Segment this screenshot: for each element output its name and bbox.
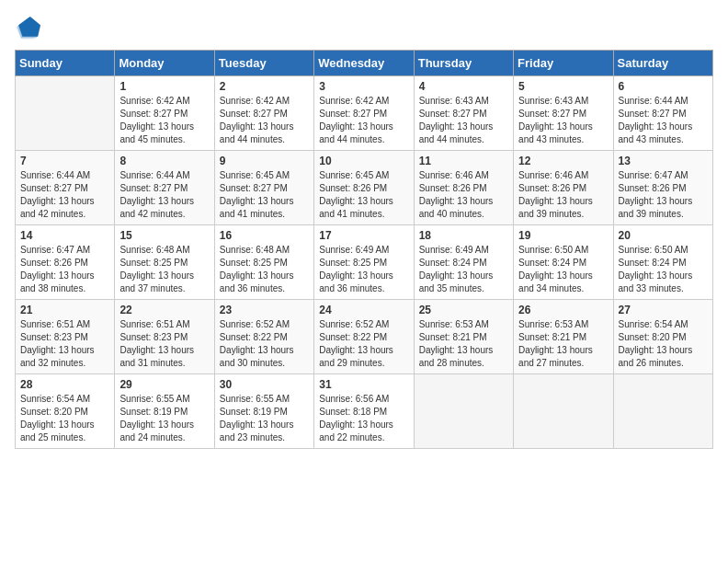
cell-info: Sunrise: 6:42 AMSunset: 8:27 PMDaylight:…	[220, 95, 309, 146]
calendar-cell: 17Sunrise: 6:49 AMSunset: 8:25 PMDayligh…	[314, 225, 414, 300]
day-number: 24	[319, 304, 408, 316]
calendar-cell: 30Sunrise: 6:55 AMSunset: 8:19 PMDayligh…	[214, 374, 313, 449]
calendar-cell: 20Sunrise: 6:50 AMSunset: 8:24 PMDayligh…	[613, 225, 712, 300]
day-number: 1	[119, 80, 209, 93]
day-number: 19	[518, 229, 608, 242]
calendar-cell: 27Sunrise: 6:54 AMSunset: 8:20 PMDayligh…	[613, 300, 712, 374]
calendar-cell: 1Sunrise: 6:42 AMSunset: 8:27 PMDaylight…	[115, 76, 214, 151]
cell-info: Sunrise: 6:53 AMSunset: 8:21 PMDaylight:…	[419, 318, 508, 370]
cell-info: Sunrise: 6:52 AMSunset: 8:22 PMDaylight:…	[220, 318, 309, 370]
calendar-cell	[414, 374, 513, 449]
day-number: 5	[518, 80, 608, 93]
calendar-cell: 14Sunrise: 6:47 AMSunset: 8:26 PMDayligh…	[16, 225, 115, 300]
cell-info: Sunrise: 6:42 AMSunset: 8:27 PMDaylight:…	[119, 95, 209, 146]
cell-info: Sunrise: 6:45 AMSunset: 8:27 PMDaylight:…	[220, 169, 309, 221]
day-number: 10	[319, 155, 408, 167]
cell-info: Sunrise: 6:49 AMSunset: 8:25 PMDaylight:…	[319, 244, 408, 295]
calendar-cell: 12Sunrise: 6:46 AMSunset: 8:26 PMDayligh…	[514, 151, 613, 225]
calendar-cell: 8Sunrise: 6:44 AMSunset: 8:27 PMDaylight…	[115, 151, 214, 225]
cell-info: Sunrise: 6:44 AMSunset: 8:27 PMDaylight:…	[20, 169, 109, 221]
cell-info: Sunrise: 6:50 AMSunset: 8:24 PMDaylight:…	[619, 244, 708, 295]
weekday-header-row: SundayMondayTuesdayWednesdayThursdayFrid…	[16, 51, 713, 76]
day-number: 6	[619, 80, 708, 93]
weekday-header-saturday: Saturday	[613, 51, 712, 76]
day-number: 9	[220, 155, 309, 167]
day-number: 12	[518, 155, 608, 167]
calendar-cell: 21Sunrise: 6:51 AMSunset: 8:23 PMDayligh…	[16, 300, 115, 374]
day-number: 22	[119, 304, 209, 316]
calendar-cell: 2Sunrise: 6:42 AMSunset: 8:27 PMDaylight…	[214, 76, 313, 151]
cell-info: Sunrise: 6:46 AMSunset: 8:26 PMDaylight:…	[419, 169, 508, 221]
day-number: 26	[518, 304, 608, 316]
cell-info: Sunrise: 6:48 AMSunset: 8:25 PMDaylight:…	[119, 244, 209, 295]
calendar-cell: 15Sunrise: 6:48 AMSunset: 8:25 PMDayligh…	[115, 225, 214, 300]
day-number: 20	[619, 229, 708, 242]
day-number: 15	[119, 229, 209, 242]
calendar-cell: 6Sunrise: 6:44 AMSunset: 8:27 PMDaylight…	[613, 76, 712, 151]
logo	[15, 15, 44, 40]
cell-info: Sunrise: 6:52 AMSunset: 8:22 PMDaylight:…	[319, 318, 408, 370]
calendar-cell: 16Sunrise: 6:48 AMSunset: 8:25 PMDayligh…	[214, 225, 313, 300]
day-number: 4	[419, 80, 508, 93]
day-number: 21	[20, 304, 109, 316]
header	[15, 15, 713, 40]
day-number: 14	[20, 229, 109, 242]
day-number: 16	[220, 229, 309, 242]
svg-marker-2	[18, 17, 40, 37]
calendar-cell: 4Sunrise: 6:43 AMSunset: 8:27 PMDaylight…	[414, 76, 513, 151]
cell-info: Sunrise: 6:53 AMSunset: 8:21 PMDaylight:…	[518, 318, 608, 370]
day-number: 11	[419, 155, 508, 167]
weekday-header-monday: Monday	[115, 51, 214, 76]
cell-info: Sunrise: 6:44 AMSunset: 8:27 PMDaylight:…	[119, 169, 209, 221]
week-row-5: 28Sunrise: 6:54 AMSunset: 8:20 PMDayligh…	[16, 374, 713, 449]
day-number: 17	[319, 229, 408, 242]
calendar-cell	[16, 76, 115, 151]
weekday-header-thursday: Thursday	[414, 51, 513, 76]
calendar-cell: 3Sunrise: 6:42 AMSunset: 8:27 PMDaylight…	[314, 76, 414, 151]
day-number: 29	[119, 378, 209, 391]
calendar-cell: 22Sunrise: 6:51 AMSunset: 8:23 PMDayligh…	[115, 300, 214, 374]
calendar-cell: 19Sunrise: 6:50 AMSunset: 8:24 PMDayligh…	[514, 225, 613, 300]
calendar-cell	[514, 374, 613, 449]
cell-info: Sunrise: 6:55 AMSunset: 8:19 PMDaylight:…	[119, 393, 209, 444]
cell-info: Sunrise: 6:54 AMSunset: 8:20 PMDaylight:…	[619, 318, 708, 370]
calendar-cell: 26Sunrise: 6:53 AMSunset: 8:21 PMDayligh…	[514, 300, 613, 374]
day-number: 28	[20, 378, 109, 391]
calendar-cell: 9Sunrise: 6:45 AMSunset: 8:27 PMDaylight…	[214, 151, 313, 225]
cell-info: Sunrise: 6:48 AMSunset: 8:25 PMDaylight:…	[220, 244, 309, 295]
calendar-cell: 24Sunrise: 6:52 AMSunset: 8:22 PMDayligh…	[314, 300, 414, 374]
day-number: 31	[319, 378, 408, 391]
calendar-table: SundayMondayTuesdayWednesdayThursdayFrid…	[15, 50, 713, 449]
cell-info: Sunrise: 6:46 AMSunset: 8:26 PMDaylight:…	[518, 169, 608, 221]
cell-info: Sunrise: 6:47 AMSunset: 8:26 PMDaylight:…	[619, 169, 708, 221]
calendar-cell: 28Sunrise: 6:54 AMSunset: 8:20 PMDayligh…	[16, 374, 115, 449]
cell-info: Sunrise: 6:50 AMSunset: 8:24 PMDaylight:…	[518, 244, 608, 295]
day-number: 18	[419, 229, 508, 242]
day-number: 30	[220, 378, 309, 391]
calendar-cell: 23Sunrise: 6:52 AMSunset: 8:22 PMDayligh…	[214, 300, 313, 374]
calendar-cell: 11Sunrise: 6:46 AMSunset: 8:26 PMDayligh…	[414, 151, 513, 225]
week-row-4: 21Sunrise: 6:51 AMSunset: 8:23 PMDayligh…	[16, 300, 713, 374]
calendar-cell: 18Sunrise: 6:49 AMSunset: 8:24 PMDayligh…	[414, 225, 513, 300]
week-row-1: 1Sunrise: 6:42 AMSunset: 8:27 PMDaylight…	[16, 76, 713, 151]
cell-info: Sunrise: 6:47 AMSunset: 8:26 PMDaylight:…	[20, 244, 109, 295]
cell-info: Sunrise: 6:43 AMSunset: 8:27 PMDaylight:…	[419, 95, 508, 146]
day-number: 27	[619, 304, 708, 316]
logo-icon	[15, 15, 40, 40]
day-number: 2	[220, 80, 309, 93]
weekday-header-tuesday: Tuesday	[214, 51, 313, 76]
cell-info: Sunrise: 6:44 AMSunset: 8:27 PMDaylight:…	[619, 95, 708, 146]
calendar-cell: 7Sunrise: 6:44 AMSunset: 8:27 PMDaylight…	[16, 151, 115, 225]
day-number: 8	[119, 155, 209, 167]
weekday-header-wednesday: Wednesday	[314, 51, 414, 76]
calendar-cell: 10Sunrise: 6:45 AMSunset: 8:26 PMDayligh…	[314, 151, 414, 225]
day-number: 7	[20, 155, 109, 167]
cell-info: Sunrise: 6:55 AMSunset: 8:19 PMDaylight:…	[220, 393, 309, 444]
weekday-header-sunday: Sunday	[16, 51, 115, 76]
cell-info: Sunrise: 6:56 AMSunset: 8:18 PMDaylight:…	[319, 393, 408, 444]
week-row-3: 14Sunrise: 6:47 AMSunset: 8:26 PMDayligh…	[16, 225, 713, 300]
cell-info: Sunrise: 6:45 AMSunset: 8:26 PMDaylight:…	[319, 169, 408, 221]
cell-info: Sunrise: 6:51 AMSunset: 8:23 PMDaylight:…	[20, 318, 109, 370]
week-row-2: 7Sunrise: 6:44 AMSunset: 8:27 PMDaylight…	[16, 151, 713, 225]
cell-info: Sunrise: 6:54 AMSunset: 8:20 PMDaylight:…	[20, 393, 109, 444]
